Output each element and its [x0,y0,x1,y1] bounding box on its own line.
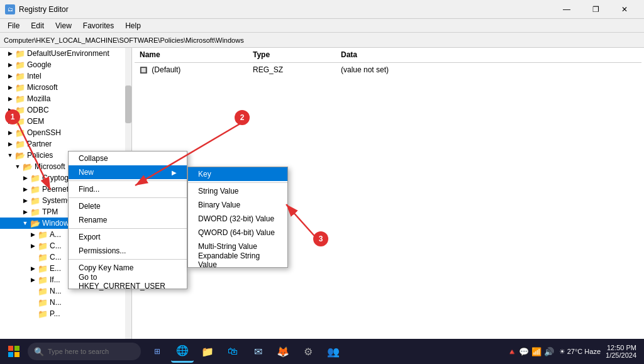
ctx-export[interactable]: Export [69,230,187,244]
search-icon: 🔍 [34,347,44,356]
folder-icon: 📁 [15,140,25,149]
ctx-find[interactable]: Find... [69,182,187,196]
expander-icon: ▼ [5,152,15,158]
ctx-separator [69,259,187,260]
tree-item-openssh[interactable]: ▶ 📁 OpenSSH [0,127,131,138]
window-controls: — ❐ ✕ [552,0,639,19]
sub-binary-value[interactable]: Binary Value [188,198,287,212]
expander-icon: ▶ [20,209,30,215]
col-type: Type [248,50,336,62]
ctx-delete-label: Delete [79,202,101,211]
sub-qword-value[interactable]: QWORD (64-bit) Value [188,226,287,240]
ctx-goto-hkcu-label: Go to HKEY_CURRENT_USER [79,273,177,290]
sub-string-value[interactable]: String Value [188,184,287,198]
expander-icon: ▶ [20,175,30,181]
folder-icon: 📁 [38,241,48,251]
store-app[interactable]: 🛍 [221,340,244,363]
search-input[interactable] [48,348,130,355]
expander-icon: ▼ [13,163,23,170]
folder-icon: 📁 [15,49,25,58]
tree-label: Partner [27,140,52,148]
folder-open-icon: 📂 [30,219,40,228]
edge-app[interactable]: 🌐 [171,340,194,363]
folder-icon: 📁 [38,298,48,307]
explorer-app[interactable]: 📁 [196,340,219,363]
tree-item-n2[interactable]: 📁 N... [0,297,131,308]
folder-icon: 📁 [15,60,25,70]
menu-edit[interactable]: Edit [26,20,49,31]
expander-icon: ▶ [5,50,15,57]
ctx-delete[interactable]: Delete [69,199,187,213]
expander-icon: ▶ [20,197,30,204]
ctx-permissions[interactable]: Permissions... [69,244,187,258]
ctx-rename[interactable]: Rename [69,213,187,227]
task-view-button[interactable]: ⊞ [146,340,169,363]
col-data: Data [336,50,641,62]
folder-icon: 📁 [38,264,48,273]
folder-icon: 📁 [30,196,40,206]
tree-label: C... [50,253,62,262]
mail-app[interactable]: ✉ [247,340,269,363]
ctx-rename-label: Rename [79,216,107,224]
ctx-new[interactable]: New ▶ [69,165,187,179]
expander-icon: ▶ [5,73,15,79]
folder-icon: 📁 [15,83,25,92]
maximize-button[interactable]: ❐ [581,0,610,19]
menu-help[interactable]: Help [120,20,146,31]
settings-app[interactable]: ⚙ [297,340,319,363]
teams-app[interactable]: 👥 [322,340,345,363]
address-bar: Computer\HKEY_LOCAL_MACHINE\SOFTWARE\Pol… [0,33,644,48]
tree-label: OpenSSH [27,128,61,137]
svg-rect-5 [14,346,19,351]
time-display: 12:50 PM [607,344,636,351]
tree-item-p[interactable]: 📁 P... [0,308,131,319]
menu-file[interactable]: File [3,20,25,31]
col-name: Name [135,50,248,62]
ctx-export-label: Export [79,233,101,241]
tree-label: A... [50,230,61,239]
tree-label: OEM [27,117,44,126]
tree-item-intel[interactable]: ▶ 📁 Intel [0,70,131,82]
browser-app[interactable]: 🦊 [272,340,294,363]
ctx-collapse[interactable]: Collapse [69,152,187,165]
minimize-button[interactable]: — [552,0,581,19]
svg-rect-4 [8,346,13,351]
tree-item-mozilla[interactable]: ▶ 📁 Mozilla [0,93,131,104]
ctx-goto-hkcu[interactable]: Go to HKEY_CURRENT_USER [69,275,187,289]
clock: 12:50 PM 1/25/2024 [606,344,636,359]
expander-icon: ▶ [20,186,30,192]
folder-open-icon: 📂 [15,151,25,160]
menu-view[interactable]: View [50,20,77,31]
ctx-separator [69,197,187,198]
expander-icon: ▶ [5,141,15,147]
weather-icon: ☀ [559,348,565,355]
sub-multi-string-label: Multi-String Value [198,242,257,251]
tree-item-microsoft[interactable]: ▶ 📁 Microsoft [0,82,131,93]
tree-label: Intel [27,72,42,80]
start-button[interactable] [3,340,25,363]
sub-dword-value[interactable]: DWORD (32-bit) Value [188,212,287,226]
folder-icon: 📁 [38,309,48,319]
folder-open-icon: 📂 [23,162,33,172]
close-button[interactable]: ✕ [610,0,639,19]
sub-key[interactable]: Key [188,167,287,181]
ctx-collapse-label: Collapse [79,154,108,163]
annotation-number: 2 [240,113,245,122]
tree-item-partner[interactable]: ▶ 📁 Partner [0,138,131,150]
tree-label: TPM [42,207,58,216]
scrollbar-thumb[interactable] [125,85,131,123]
taskbar-search[interactable]: 🔍 [28,343,141,360]
folder-icon: 📁 [38,230,48,240]
tree-label: C... [50,241,62,250]
menu-favorites[interactable]: Favorites [78,20,119,31]
sub-expand-string[interactable]: Expandable String Value [188,253,287,267]
tree-label: Google [27,60,52,69]
tree-item-defaultuserenv[interactable]: ▶ 📁 DefaultUserEnvironment [0,48,131,59]
submenu: Key String Value Binary Value DWORD (32-… [187,167,288,268]
annotation-2: 2 [235,110,250,125]
tree-item-google[interactable]: ▶ 📁 Google [0,59,131,70]
svg-rect-6 [8,352,13,357]
tree-label: E... [50,264,61,273]
expander-icon: ▶ [5,84,15,91]
folder-icon: 📁 [38,253,48,262]
